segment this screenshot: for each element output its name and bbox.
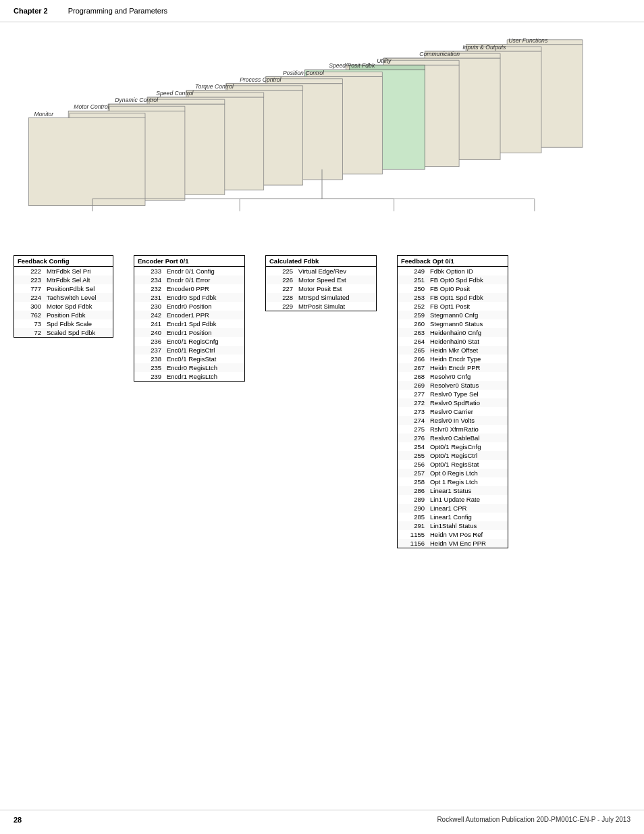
table-row: 227Motor Posit Est — [266, 284, 376, 293]
param-name: Motor Posit Est — [298, 285, 342, 292]
param-number: 257 — [401, 469, 425, 477]
table-row: 300Motor Spd Fdbk — [14, 302, 113, 311]
param-number: 290 — [401, 504, 425, 512]
param-name: Reslvr0 CableBal — [430, 434, 479, 442]
param-number: 277 — [401, 390, 425, 398]
param-name: Heidn VM Enc PPR — [430, 540, 486, 547]
param-name: Encdr1 RegisLtch — [167, 373, 217, 380]
param-number: 255 — [401, 452, 425, 459]
param-name: PositionFdbk Sel — [47, 285, 95, 292]
param-number: 269 — [401, 382, 425, 389]
folder-monitor: Monitor — [28, 111, 145, 206]
param-number: 258 — [401, 478, 425, 486]
param-name: Linear1 Config — [430, 513, 472, 521]
svg-text:Communication: Communication — [419, 51, 460, 57]
param-number: 228 — [269, 294, 293, 301]
table-row: 231Encdr0 Spd Fdbk — [134, 293, 244, 302]
param-number: 239 — [138, 373, 161, 380]
svg-text:Process Control: Process Control — [240, 76, 281, 83]
table-row: 236Enc0/1 RegisCnfg — [134, 337, 244, 346]
page-title: Programming and Parameters — [68, 7, 167, 15]
table-row: 777PositionFdbk Sel — [14, 284, 113, 293]
param-name: Resolver0 Status — [430, 382, 479, 389]
svg-text:Inputs & Outputs: Inputs & Outputs — [462, 44, 506, 51]
table-row: 1155Heidn VM Pos Ref — [398, 530, 508, 539]
table-row: 285Linear1 Config — [398, 513, 508, 521]
param-name: Encdr0 Spd Fdbk — [167, 294, 216, 301]
table-row: 266Heidn Encdr Type — [398, 355, 508, 363]
table-row: 254Opt0/1 RegisCnfg — [398, 442, 508, 451]
param-name: Reslvr0 SpdRatio — [430, 399, 480, 407]
table-row: 762Position Fdbk — [14, 311, 113, 319]
publication-info: Rockwell Automation Publication 20D-PM00… — [437, 816, 630, 824]
param-name: Heidn Encdr PPR — [430, 364, 480, 371]
feedback-config-header: Feedback Config — [14, 256, 113, 267]
table-row: 286Linear1 Status — [398, 486, 508, 495]
table-row: 277Reslvr0 Type Sel — [398, 390, 508, 398]
param-name: FB Opt0 Posit — [430, 285, 470, 292]
param-name: MtrFdbk Sel Alt — [47, 276, 90, 284]
table-row: 289Lin1 Update Rate — [398, 495, 508, 504]
param-name: Opt 0 Regis Ltch — [430, 469, 478, 477]
table-row: 72Scaled Spd Fdbk — [14, 328, 113, 337]
param-number: 249 — [401, 267, 425, 275]
svg-text:Speed/Posit Fdbk: Speed/Posit Fdbk — [329, 62, 375, 69]
param-name: Encdr0 Position — [167, 303, 212, 310]
param-name: Linear1 Status — [430, 487, 471, 494]
svg-text:Speed Control: Speed Control — [156, 90, 194, 97]
param-name: Linear1 CPR — [430, 504, 466, 512]
table-row: 290Linear1 CPR — [398, 504, 508, 513]
table-row: 269Resolver0 Status — [398, 381, 508, 390]
param-number: 276 — [401, 434, 425, 442]
param-number: 272 — [401, 399, 425, 407]
table-row: 230Encdr0 Position — [134, 302, 244, 311]
param-number: 224 — [18, 294, 41, 301]
page: Chapter 2 Programming and Parameters Use… — [0, 0, 644, 834]
table-row: 1156Heidn VM Enc PPR — [398, 539, 508, 548]
table-row: 239Encdr1 RegisLtch — [134, 372, 244, 381]
param-name: Opt0/1 RegisStat — [430, 461, 479, 468]
param-name: Encoder0 PPR — [167, 285, 209, 292]
param-name: Stegmann0 Status — [430, 320, 483, 328]
table-row: 238Enc0/1 RegisStat — [134, 355, 244, 363]
table-row: 264Heidenhain0 Stat — [398, 337, 508, 346]
param-name: MtrPosit Simulat — [298, 303, 345, 310]
table-row: 258Opt 1 Regis Ltch — [398, 477, 508, 486]
param-number: 254 — [401, 443, 425, 450]
param-number: 267 — [401, 364, 425, 371]
table-row: 228MtrSpd Simulated — [266, 293, 376, 302]
param-number: 225 — [269, 267, 293, 275]
param-number: 777 — [18, 285, 41, 292]
table-row: 268Resolvr0 Cnfg — [398, 372, 508, 381]
param-number: 266 — [401, 355, 425, 363]
table-row: 274Reslvr0 In Volts — [398, 416, 508, 425]
param-name: Virtual Edge/Rev — [298, 267, 346, 275]
param-name: Reslvr0 Carrier — [430, 408, 473, 415]
param-name: Enc0/1 RegisCtrl — [167, 346, 215, 354]
param-number: 240 — [138, 329, 161, 336]
table-row: 225Virtual Edge/Rev — [266, 267, 376, 276]
table-row: 237Enc0/1 RegisCtrl — [134, 346, 244, 355]
table-row: 241Encdr1 Spd Fdbk — [134, 319, 244, 328]
table-row: 229MtrPosit Simulat — [266, 302, 376, 311]
table-row: 222MtrFdbk Sel Pri — [14, 267, 113, 276]
svg-text:User Functions: User Functions — [508, 37, 548, 44]
param-number: 286 — [401, 487, 425, 494]
param-name: Lin1Stahl Status — [430, 522, 477, 529]
table-row: 273Reslvr0 Carrier — [398, 407, 508, 416]
param-number: 273 — [401, 408, 425, 415]
param-name: Encdr1 Position — [167, 329, 212, 336]
param-number: 256 — [401, 461, 425, 468]
table-row: 256Opt0/1 RegisStat — [398, 460, 508, 469]
param-name: MtrFdbk Sel Pri — [47, 267, 90, 275]
calculated-fdbk-table: Calculated Fdbk 225Virtual Edge/Rev226Mo… — [265, 255, 377, 311]
param-name: Lin1 Update Rate — [430, 496, 480, 503]
param-name: Opt 1 Regis Ltch — [430, 478, 478, 486]
param-number: 252 — [401, 303, 425, 310]
param-name: Stegmann0 Cnfg — [430, 311, 478, 319]
table-row: 73Spd Fdbk Scale — [14, 319, 113, 328]
param-name: Heidn Encdr Type — [430, 355, 481, 363]
feedback-opt-rows: 249Fdbk Option ID251FB Opt0 Spd Fdbk250F… — [398, 267, 508, 548]
param-number: 233 — [138, 267, 161, 275]
param-number: 236 — [138, 338, 161, 345]
